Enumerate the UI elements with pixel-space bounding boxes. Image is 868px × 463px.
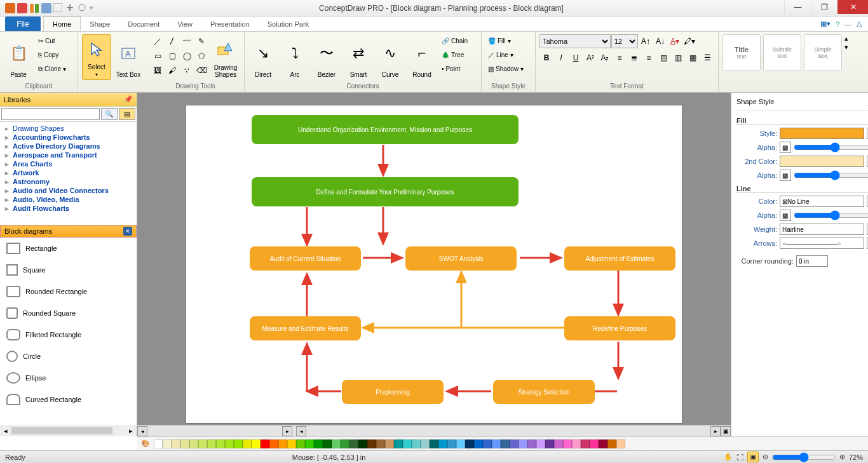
line-alpha-slider[interactable] [794, 210, 868, 220]
shape-ellipse[interactable]: Ellipse [0, 367, 137, 389]
shrink-font-button[interactable]: A↓ [653, 34, 667, 48]
font-family-select[interactable]: Tahoma [539, 34, 611, 48]
connector-tree[interactable]: 🌲 Tree [439, 48, 477, 62]
zoom-out-button[interactable]: ⊖ [763, 453, 768, 461]
shape-rounded-rectangle[interactable]: Rounded Rectangle [0, 281, 137, 302]
palette-swatch[interactable] [385, 440, 394, 448]
tool-eraser[interactable]: ⌫ [194, 64, 208, 77]
qa-icon[interactable] [41, 3, 51, 13]
tool-poly[interactable]: 〳 [165, 34, 179, 48]
tree-item[interactable]: Aerospace and Transport [0, 151, 137, 159]
palette-swatch[interactable] [367, 440, 376, 448]
palette-swatch[interactable] [536, 440, 545, 448]
block-strategy[interactable]: Strategy Selection [493, 380, 595, 404]
block-define[interactable]: Define and Formulate Your Preliminary Pu… [252, 177, 519, 206]
palette-swatch[interactable] [314, 440, 323, 448]
tree-item[interactable]: Accounting Flowcharts [0, 133, 137, 142]
palette-swatch[interactable] [269, 440, 278, 448]
preset-scroll-down-icon[interactable]: ▾ [844, 43, 848, 51]
palette-swatch[interactable] [189, 440, 198, 448]
shape-curved-rectangle[interactable]: Curved Rectangle [0, 389, 137, 410]
connector-direct[interactable]: ↘Direct [248, 34, 278, 80]
preset-simple[interactable]: Simpletext [804, 34, 842, 71]
palette-swatch[interactable] [572, 440, 581, 448]
palette-swatch[interactable] [252, 440, 261, 448]
palette-swatch[interactable] [581, 440, 590, 448]
block-diagrams-header[interactable]: Block diagrams✕ [0, 225, 137, 238]
view-toggle-button[interactable]: ▤ [119, 108, 135, 120]
tool-brush[interactable]: 🖌 [165, 64, 179, 77]
qa-icon[interactable] [78, 3, 88, 13]
tool-spray[interactable]: ∵ [180, 64, 194, 77]
palette-swatch[interactable] [261, 440, 269, 448]
palette-swatch[interactable] [341, 440, 349, 448]
bold-button[interactable]: B [539, 51, 553, 65]
preset-scroll-up-icon[interactable]: ▴ [844, 34, 848, 43]
block-audit[interactable]: Audit of Current Situation [250, 246, 361, 271]
subscript-button[interactable]: A₂ [598, 51, 612, 65]
canvas-hscroll[interactable]: ◂▸ ◂▸ ▣ [137, 425, 731, 436]
line-button[interactable]: ／ Line ▾ [485, 48, 524, 62]
tree-item[interactable]: Artwork [0, 168, 137, 177]
palette-swatch[interactable] [243, 440, 252, 448]
palette-swatch[interactable] [483, 440, 492, 448]
tab-document[interactable]: Document [119, 17, 168, 31]
connector-bezier[interactable]: 〜Bezier [312, 34, 341, 80]
tool-image[interactable]: 🖼 [151, 64, 165, 77]
crop-icon[interactable]: ⛶ [736, 453, 743, 461]
tool-rect[interactable]: ▭ [151, 49, 165, 63]
tree-item[interactable]: Audio and Video Connectors [0, 186, 137, 195]
minimize-button[interactable]: — [784, 0, 811, 14]
palette-swatch[interactable] [394, 440, 403, 448]
connector-arc[interactable]: ⤵Arc [280, 34, 309, 80]
tree-item[interactable]: Area Charts [0, 159, 137, 168]
connector-point[interactable]: • Point [439, 62, 477, 76]
canvas-viewport[interactable]: Understand Organization Environment, Mis… [137, 93, 731, 425]
palette-swatch[interactable] [474, 440, 483, 448]
connector-smart[interactable]: ⇄Smart [344, 34, 373, 80]
font-color-button[interactable]: A▾ [668, 34, 682, 48]
palette-swatch[interactable] [172, 440, 180, 448]
tab-home[interactable]: Home [43, 17, 81, 31]
zoom-in-button[interactable]: ⊕ [839, 453, 845, 461]
shape-circle[interactable]: Circle [0, 346, 137, 367]
preset-subtitle[interactable]: Subtitletext [763, 34, 801, 71]
palette-swatch[interactable] [198, 440, 207, 448]
help-icon[interactable]: ? [836, 20, 839, 28]
tab-presentation[interactable]: Presentation [201, 17, 259, 31]
palette-swatch[interactable] [207, 440, 216, 448]
palette-swatch[interactable] [216, 440, 225, 448]
tree-item[interactable]: Astronomy [0, 177, 137, 186]
palette-swatch[interactable] [616, 440, 625, 448]
preset-title[interactable]: Titletext [722, 34, 761, 71]
fill-style-swatch[interactable] [780, 128, 864, 139]
highlight-button[interactable]: 🖍▾ [682, 34, 696, 48]
tab-view[interactable]: View [168, 17, 201, 31]
tool-polygon[interactable]: ⬠ [194, 49, 208, 63]
color-palette[interactable]: 🎨 [137, 436, 868, 450]
zoom-fit-icon[interactable]: ▣ [721, 426, 731, 436]
palette-swatch[interactable] [358, 440, 367, 448]
qa-icon[interactable] [29, 3, 39, 13]
corner-input[interactable]: 0 in [796, 255, 828, 267]
libraries-tree[interactable]: Drawing Shapes Accounting Flowcharts Act… [0, 122, 137, 225]
palette-swatch[interactable] [296, 440, 305, 448]
align-top-button[interactable]: ▤ [656, 51, 670, 65]
palette-swatch[interactable] [154, 440, 163, 448]
block-adjust[interactable]: Adjustment of Estimates [564, 246, 675, 271]
drawing-shapes-button[interactable]: Drawing Shapes [211, 34, 240, 80]
palette-swatch[interactable] [323, 440, 332, 448]
palette-swatch[interactable] [554, 440, 563, 448]
palette-swatch[interactable] [403, 440, 412, 448]
palette-swatch[interactable] [287, 440, 296, 448]
palette-swatch[interactable] [607, 440, 616, 448]
palette-swatch[interactable] [180, 440, 189, 448]
qa-icon[interactable] [65, 3, 76, 13]
cut-button[interactable]: ✂ Cut [36, 34, 74, 48]
qa-dropdown-icon[interactable]: ▾ [90, 4, 93, 12]
arrows-select[interactable]: ○————————○ [780, 238, 864, 249]
shape-rectangle[interactable]: Rectangle [0, 238, 137, 259]
palette-swatch[interactable] [492, 440, 501, 448]
align-right-button[interactable]: ≡ [642, 51, 656, 65]
align-center-button[interactable]: ≣ [627, 51, 641, 65]
